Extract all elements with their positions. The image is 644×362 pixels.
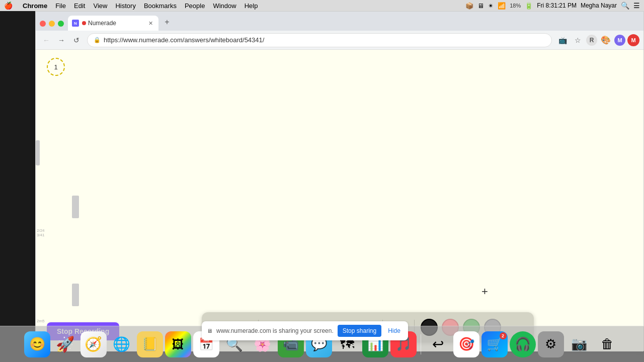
side-label-1: 2/243/41: [37, 228, 45, 237]
screen-share-notice: 🖥 www.numerade.com is sharing your scree…: [202, 321, 408, 340]
url-text: https://www.numerade.com/answers/whitebo…: [104, 36, 264, 44]
sidebar-handle-2[interactable]: [72, 284, 79, 306]
share-notice-text: www.numerade.com is sharing your screen.: [216, 327, 334, 334]
appstore-badge: 2: [500, 332, 507, 339]
cursor-crosshair: +: [481, 285, 488, 298]
battery-icon: 🔋: [525, 2, 533, 10]
back-button[interactable]: ←: [40, 34, 53, 47]
tab-recording-dot: [82, 21, 86, 25]
left-sidebar: [36, 140, 43, 165]
close-button[interactable]: [40, 21, 46, 27]
menu-history[interactable]: History: [111, 2, 139, 10]
sidebar-handle-1[interactable]: [72, 196, 79, 218]
address-bar: ← → ↺ 🔒 https://www.numerade.com/answers…: [36, 31, 643, 50]
maximize-button[interactable]: [58, 21, 64, 27]
refresh-button[interactable]: ↺: [70, 34, 83, 47]
active-tab[interactable]: N Numerade ✕: [68, 16, 158, 31]
tab-bar: N Numerade ✕ +: [68, 12, 643, 31]
dock-launchpad[interactable]: 🚀: [52, 331, 78, 357]
search-icon[interactable]: 🔍: [621, 2, 629, 10]
wifi-icon: 📶: [498, 2, 506, 10]
menu-file[interactable]: File: [51, 2, 70, 10]
menu-help[interactable]: Help: [240, 2, 262, 10]
sidebar-marker-1: [36, 140, 40, 165]
screen-icon: 🖥: [477, 2, 484, 10]
page-indicator: 1: [47, 58, 65, 76]
user-name: Megha Nayar: [581, 2, 617, 9]
hide-button[interactable]: Hide: [385, 325, 403, 337]
whiteboard-content: 1 2/243/41 2m5 + Stop Recording ↩ ↪ ➤ ✏ …: [36, 50, 643, 351]
forward-button[interactable]: →: [55, 34, 68, 47]
side-label-2: 2m5: [37, 319, 45, 323]
color-extension-icon[interactable]: 🎨: [599, 34, 612, 47]
control-center-icon[interactable]: ☰: [633, 2, 640, 10]
dock-spotify[interactable]: 🎧: [510, 331, 536, 357]
tab-label: Numerade: [88, 20, 116, 27]
tab-close-button[interactable]: ✕: [146, 19, 154, 27]
dock-undo[interactable]: ↩: [425, 331, 451, 357]
bluetooth-icon: ✴: [488, 2, 494, 10]
clock: Fri 8:31:21 PM: [537, 2, 577, 9]
url-bar[interactable]: 🔒 https://www.numerade.com/answers/white…: [87, 33, 552, 47]
dock-safari[interactable]: 🧭: [80, 331, 107, 357]
lock-icon: 🔒: [94, 37, 101, 43]
stop-sharing-button[interactable]: Stop sharing: [338, 325, 381, 337]
share-notice-icon: 🖥: [207, 328, 212, 334]
menu-chrome[interactable]: Chrome: [19, 2, 51, 10]
menu-people[interactable]: People: [181, 2, 209, 10]
dock-photos-app[interactable]: 🖼: [165, 331, 191, 357]
menu-window[interactable]: Window: [209, 2, 240, 10]
menu-view[interactable]: View: [89, 2, 111, 10]
dock-trash[interactable]: 🗑: [594, 331, 620, 357]
dock-system-prefs[interactable]: ⚙: [538, 331, 564, 357]
menu-bookmarks[interactable]: Bookmarks: [140, 2, 181, 10]
battery-status: 18%: [510, 3, 521, 9]
dock-preview2[interactable]: 📷: [566, 331, 592, 357]
dock-app-store[interactable]: 🛒 2: [481, 331, 508, 357]
dock-keynote[interactable]: 🎯: [453, 331, 479, 357]
dock-separator: [421, 334, 421, 354]
dock-notes[interactable]: 📒: [137, 331, 163, 357]
dropbox-icon[interactable]: 📦: [465, 2, 473, 10]
dock-finder[interactable]: 😊: [24, 331, 50, 357]
menu-bar: 🍎 Chrome File Edit View History Bookmark…: [0, 0, 644, 11]
window-controls: [40, 21, 64, 27]
chrome-titlebar: N Numerade ✕ +: [36, 12, 643, 31]
profile-m-icon[interactable]: M: [614, 35, 625, 46]
new-tab-button[interactable]: +: [160, 16, 174, 29]
menu-edit[interactable]: Edit: [70, 2, 89, 10]
minimize-button[interactable]: [49, 21, 55, 27]
tab-favicon: N: [72, 20, 79, 27]
dock-chrome[interactable]: 🌐: [109, 331, 135, 357]
apple-menu[interactable]: 🍎: [4, 2, 13, 10]
browser-toolbar-right: 📺 ☆ R 🎨 M M: [556, 34, 639, 47]
cast-icon[interactable]: 📺: [556, 34, 569, 47]
page-number: 1: [54, 63, 57, 71]
chrome-window: N Numerade ✕ + ← → ↺ 🔒 https://www.numer…: [35, 11, 644, 351]
r-extension-icon[interactable]: R: [586, 35, 597, 46]
menu-bar-right: 📦 🖥 ✴ 📶 18% 🔋 Fri 8:31:21 PM Megha Nayar…: [465, 2, 640, 10]
user-profile-icon[interactable]: M: [627, 34, 639, 46]
bookmark-icon[interactable]: ☆: [571, 34, 584, 47]
